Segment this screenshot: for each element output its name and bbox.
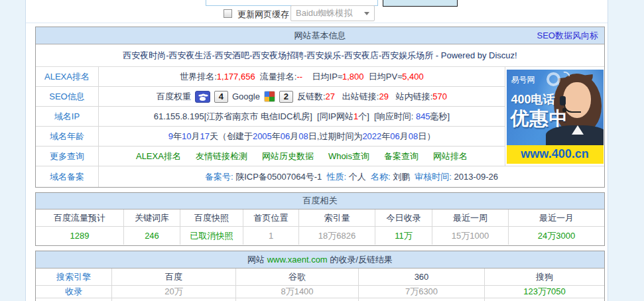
result-panel-title: 网站 www.xaent.com 的收录/反链结果 xyxy=(247,254,393,266)
col-baidu-traffic: 百度流量预计 xyxy=(36,210,124,227)
update-cache-checkbox[interactable] xyxy=(224,9,232,18)
domain-ip-label: 域名IP xyxy=(36,107,99,127)
seo-link-counts: 反链数:27 出站链接:29 站内链接:570 xyxy=(297,91,447,103)
link-friend-link-check[interactable]: 友情链接检测 xyxy=(196,150,247,162)
col-baidu: 百度 xyxy=(112,269,236,286)
col-home-position: 首页位置 xyxy=(243,210,299,227)
col-keyword-lib: 关键词库 xyxy=(124,210,180,227)
spider-mode-select[interactable]: Baidu蜘蛛模拟 xyxy=(290,5,375,21)
last-week-value: 15万1000 xyxy=(432,227,509,245)
col-last-month: 最近一月 xyxy=(509,210,604,227)
home-position-value: 1 xyxy=(243,227,299,245)
baidu-value-row: 1289 246 已取消快照 1 18万6826 11万 15万1000 24万… xyxy=(36,227,604,245)
basic-info-table: ALEXA排名 世界排名:1,177,656 流量排名:-- 日均IP≈1,80… xyxy=(36,67,604,187)
basic-info-header: 网站基本信息 SEO数据风向标 xyxy=(36,27,604,44)
baidu-panel: 百度相关 百度流量预计 关键词库 百度快照 首页位置 索引量 今日收录 最近一周… xyxy=(35,192,605,246)
query-button[interactable] xyxy=(383,0,458,7)
baidu-panel-header: 百度相关 xyxy=(36,193,604,210)
ad-brand: 易号网 xyxy=(511,74,535,86)
baidu-panel-title: 百度相关 xyxy=(303,195,338,207)
top-divider xyxy=(26,23,608,23)
seo-info-value: 百度权重 4 Google 2 反链数:27 出站链接:29 站内链接:570 xyxy=(99,87,505,107)
baidu-header-row: 百度流量预计 关键词库 百度快照 首页位置 索引量 今日收录 最近一周 最近一月 xyxy=(36,210,604,227)
basic-info-panel: 网站基本信息 SEO数据风向标 西安夜时尚-西安夜生活-西安酒吧-西安夜场招聘-… xyxy=(35,27,605,188)
baidu-weight-label: 百度权重 xyxy=(157,91,191,103)
col-360: 360 xyxy=(359,269,485,286)
google-pr-value: 2 xyxy=(279,91,293,103)
ad-headline-2: 优惠中 xyxy=(511,106,568,131)
result-value-row: 收录 20万 8万1400 7万6300 123万7050 xyxy=(36,286,604,298)
link-beian-query[interactable]: 备案查询 xyxy=(384,150,419,162)
alexa-rank-value: 世界排名:1,177,656 流量排名:-- 日均IP≈1,800 日均PV≈5… xyxy=(99,67,505,87)
google-icon xyxy=(264,91,275,102)
baidu-weight-value: 4 xyxy=(214,91,228,103)
site-title-line: 西安夜时尚-西安夜生活-西安酒吧-西安夜场招聘-西安娱乐-西安夜店-西安娱乐场所… xyxy=(36,44,604,67)
ad-headline-1: 400电话 xyxy=(511,91,555,107)
col-baidu-snapshot: 百度快照 xyxy=(180,210,243,227)
col-search-engine: 搜索引擎 xyxy=(36,269,112,286)
col-google: 谷歌 xyxy=(236,269,359,286)
link-whois[interactable]: Whois查询 xyxy=(328,150,369,162)
col-sogou: 搜狗 xyxy=(485,269,604,286)
google-label: Google xyxy=(232,91,260,101)
domain-age-value: 9年10月17天（创建于2005年06月08日,过期时间为2022年06月08日… xyxy=(99,127,505,147)
360-collected-value: 7万6300 xyxy=(359,286,485,298)
ad-url-bar: www.400.cn xyxy=(507,145,604,164)
result-panel-header: 网站 www.xaent.com 的收录/反链结果 xyxy=(36,251,604,269)
link-site-rank[interactable]: 网站排名 xyxy=(433,150,468,162)
collected-row-label: 收录 xyxy=(36,286,112,298)
spider-mode-value: Baidu蜘蛛模拟 xyxy=(296,7,352,19)
update-cache-label: 更新网页缓存 xyxy=(237,9,289,21)
alexa-rank-label: ALEXA排名 xyxy=(36,67,99,87)
baidu-collected-value: 20万 xyxy=(112,286,236,298)
keyword-lib-value: 246 xyxy=(124,227,180,245)
baidu-snapshot-value: 已取消快照 xyxy=(180,227,243,245)
result-header-row: 搜索引擎 百度 谷歌 360 搜狗 xyxy=(36,269,604,286)
domain-ip-value: 61.155.8.195[江苏省南京市 电信IDC机房] [同IP网站1个] [… xyxy=(99,107,505,127)
ad-banner[interactable]: 易号网 400电话 优惠中 www.400.cn xyxy=(507,70,604,164)
seo-data-trend-link[interactable]: SEO数据风向标 xyxy=(537,27,598,44)
ad-logo-icon xyxy=(547,72,560,86)
baidu-paw-icon xyxy=(195,91,210,103)
baidu-traffic-value: 1289 xyxy=(36,227,124,245)
result-partial-row xyxy=(36,298,604,301)
ad-url: www.400.cn xyxy=(521,147,588,161)
domain-age-label: 域名年龄 xyxy=(36,127,99,147)
result-panel: 网站 www.xaent.com 的收录/反链结果 搜索引擎 百度 谷歌 360… xyxy=(35,251,605,301)
ad-cell: 易号网 400电话 优惠中 www.400.cn xyxy=(505,67,604,166)
more-queries-label: 更多查询 xyxy=(36,147,99,166)
link-site-history[interactable]: 网站历史数据 xyxy=(262,150,314,162)
seo-info-label: SEO信息 xyxy=(36,87,99,107)
today-collected-value: 11万 xyxy=(375,227,432,245)
col-today-collected: 今日收录 xyxy=(375,210,432,227)
sogou-collected-value: 123万7050 xyxy=(485,286,604,298)
seo-tool-page: 更新网页缓存 Baidu蜘蛛模拟 网站基本信息 SEO数据风向标 西安夜时尚-西… xyxy=(0,0,644,301)
index-volume-value: 18万6826 xyxy=(299,227,375,245)
last-month-value: 24万3000 xyxy=(509,227,604,245)
more-queries-links: ALEXA排名 友情链接检测 网站历史数据 Whois查询 备案查询 网站排名 xyxy=(99,147,505,166)
beian-value: 备案号: 陕ICP备05007064号-1 性质: 个人 名称: 刘鹏 审核时间… xyxy=(99,166,604,187)
col-last-week: 最近一周 xyxy=(432,210,509,227)
link-alexa-rank[interactable]: ALEXA排名 xyxy=(136,150,181,162)
col-index-volume: 索引量 xyxy=(299,210,375,227)
basic-info-title: 网站基本信息 xyxy=(294,30,346,42)
beian-label: 域名备案 xyxy=(36,166,99,187)
chevron-down-icon xyxy=(364,12,369,15)
google-collected-value: 8万1400 xyxy=(236,286,359,298)
